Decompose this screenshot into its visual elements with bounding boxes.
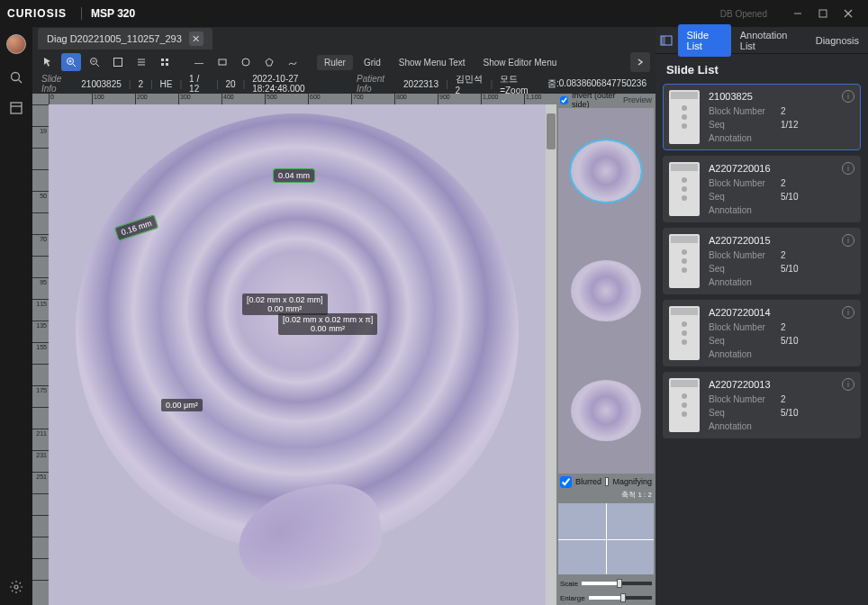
- close-button[interactable]: [836, 5, 861, 23]
- user-avatar[interactable]: [6, 34, 26, 54]
- grid-button[interactable]: Grid: [357, 55, 388, 70]
- svg-line-14: [96, 64, 99, 67]
- vertical-scrollbar[interactable]: [546, 104, 556, 605]
- slide-thumbnail: [669, 162, 700, 216]
- info-icon[interactable]: i: [842, 234, 854, 247]
- color-swatch[interactable]: [605, 477, 609, 486]
- preview-panel: Invert (outer side) Preview Blurred Magn…: [556, 94, 656, 605]
- overview-scale-text: 축척 1 : 2: [556, 488, 656, 501]
- measurement-label[interactable]: 0.04 mm: [274, 169, 314, 182]
- tab-label: Diag D20221005_110257_293: [47, 33, 182, 44]
- workspace: Diag D20221005_110257_293 ✕ — Ruler Grid…: [32, 27, 656, 605]
- slide-card[interactable]: A2207220015iBlock Number2Seq5/10Annotati…: [663, 228, 861, 294]
- preview-thumbnail[interactable]: [571, 260, 641, 321]
- line-tool-icon[interactable]: —: [189, 53, 209, 71]
- slide-thumbnail: [669, 306, 700, 360]
- db-status: DB Opened: [720, 9, 767, 19]
- slide-name: A2207220016: [709, 163, 771, 174]
- measurement-label[interactable]: 0.00 μm²: [161, 399, 203, 411]
- preview-thumbnail[interactable]: [571, 140, 641, 202]
- measurement-label[interactable]: [0.02 mm x 0.02 mm] 0.00 mm²: [242, 293, 328, 315]
- pointer-tool-icon[interactable]: [38, 53, 58, 71]
- scale-slider-label: Scale: [560, 580, 578, 588]
- tab-diagnosis[interactable]: Diagnosis: [807, 30, 868, 51]
- minimize-button[interactable]: [785, 5, 810, 23]
- preview-thumbnails[interactable]: [558, 108, 654, 474]
- maximize-button[interactable]: [810, 5, 836, 23]
- invert-label: Invert (outer side): [572, 91, 619, 109]
- svg-rect-22: [161, 63, 164, 66]
- svg-point-25: [242, 59, 249, 66]
- svg-line-10: [73, 64, 76, 67]
- preview-label: Preview: [623, 95, 652, 104]
- blurred-label: Blurred: [575, 477, 601, 486]
- measurement-label[interactable]: [0.02 mm x 0.02 mm x π] 0.00 mm²: [278, 313, 377, 335]
- brand-label: CURIOSIS: [7, 7, 67, 20]
- info-icon[interactable]: i: [842, 90, 854, 103]
- slide-name: A2207220015: [709, 235, 771, 246]
- freehand-tool-icon[interactable]: [283, 53, 303, 71]
- product-label: MSP 320: [91, 7, 135, 20]
- toolbar-more-icon[interactable]: [630, 52, 650, 72]
- horizontal-ruler: 01002003004005006007008009001,0001,1001,…: [49, 94, 556, 104]
- search-icon[interactable]: [9, 70, 23, 85]
- divider: [81, 7, 82, 20]
- slide-info-label: Slide Info: [41, 74, 74, 94]
- blurred-checkbox[interactable]: [560, 476, 572, 488]
- svg-rect-1: [819, 10, 827, 17]
- svg-rect-28: [661, 36, 665, 45]
- svg-rect-20: [161, 59, 164, 61]
- left-sidebar: [0, 27, 32, 605]
- slide-list: 21003825iBlock Number2Seq1/12AnnotationA…: [656, 84, 868, 605]
- slide-card[interactable]: 21003825iBlock Number2Seq1/12Annotation: [663, 84, 861, 150]
- svg-marker-26: [266, 59, 273, 66]
- tab-annotation-list[interactable]: Annotation List: [731, 24, 807, 57]
- svg-rect-24: [219, 59, 226, 65]
- circle-tool-icon[interactable]: [236, 53, 256, 71]
- svg-rect-23: [166, 63, 168, 66]
- rect-tool-icon[interactable]: [212, 53, 232, 71]
- slide-thumbnail: [669, 234, 700, 288]
- slide-name: 21003825: [709, 91, 753, 102]
- preview-thumbnail[interactable]: [571, 380, 641, 441]
- tab-bar: Diag D20221005_110257_293 ✕: [32, 27, 656, 50]
- window-icon[interactable]: [9, 101, 23, 115]
- info-icon[interactable]: i: [842, 306, 854, 319]
- info-icon[interactable]: i: [842, 162, 854, 175]
- svg-rect-16: [114, 59, 122, 67]
- fit-icon[interactable]: [108, 53, 128, 71]
- svg-point-4: [12, 73, 20, 81]
- slide-card[interactable]: A2207220013iBlock Number2Seq5/10Annotati…: [663, 372, 861, 438]
- slide-canvas[interactable]: 0.04 mm 0.16 mm [0.02 mm x 0.02 mm] 0.00…: [49, 104, 546, 605]
- show-editor-menu-button[interactable]: Show Editor Menu: [476, 55, 565, 70]
- show-menu-text-button[interactable]: Show Menu Text: [392, 55, 473, 70]
- info-icon[interactable]: i: [842, 378, 854, 391]
- zoom-in-icon[interactable]: [61, 53, 81, 71]
- panel-icon[interactable]: [656, 30, 678, 51]
- content-area: 01002003004005006007008009001,0001,1001,…: [32, 94, 656, 605]
- polygon-tool-icon[interactable]: [259, 53, 279, 71]
- tab-slide-list[interactable]: Slide List: [678, 24, 731, 57]
- zoom-out-icon[interactable]: [85, 53, 104, 71]
- ruler-button[interactable]: Ruler: [317, 55, 353, 70]
- right-panel: Slide List Annotation List Diagnosis Sli…: [656, 27, 868, 605]
- slide-name: A2207220014: [709, 307, 771, 318]
- grid-icon[interactable]: [155, 53, 175, 71]
- invert-checkbox[interactable]: [560, 96, 568, 104]
- scale-slider[interactable]: [582, 582, 652, 585]
- title-bar: CURIOSIS MSP 320 DB Opened: [0, 0, 868, 27]
- enlarge-slider[interactable]: [589, 596, 652, 600]
- slide-card[interactable]: A2207220016iBlock Number2Seq5/10Annotati…: [663, 156, 861, 222]
- info-bar: Slide Info 21003825| 2| HE| 1 / 12| 20| …: [32, 74, 656, 94]
- slide-viewer[interactable]: 01002003004005006007008009001,0001,1001,…: [32, 94, 556, 605]
- tab-close-icon[interactable]: ✕: [189, 32, 203, 46]
- magnifying-label: Magnifying: [612, 477, 652, 486]
- overview-map[interactable]: [558, 503, 654, 574]
- svg-point-8: [14, 585, 18, 589]
- document-tab[interactable]: Diag D20221005_110257_293 ✕: [38, 28, 212, 50]
- settings-icon[interactable]: [9, 580, 23, 594]
- list-icon[interactable]: [131, 53, 151, 71]
- slide-card[interactable]: A2207220014iBlock Number2Seq5/10Annotati…: [663, 300, 861, 366]
- vertical-ruler: 19507095115135155175211231251: [32, 104, 49, 605]
- svg-line-5: [19, 80, 23, 84]
